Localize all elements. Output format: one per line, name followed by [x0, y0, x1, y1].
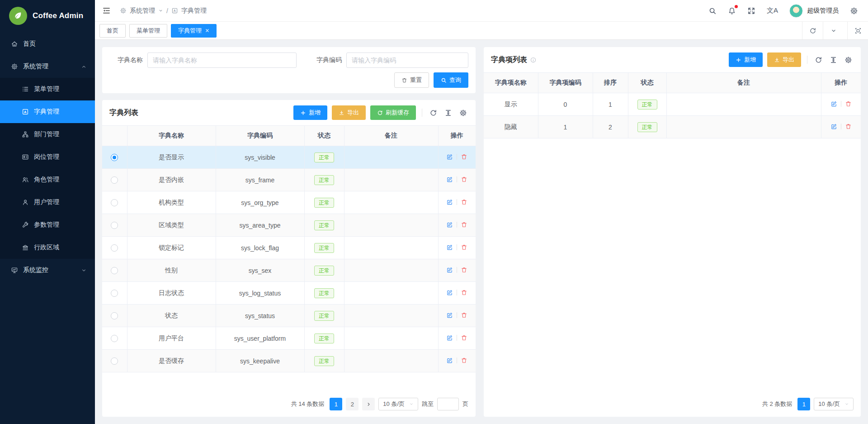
close-icon[interactable]	[205, 29, 209, 33]
edit-icon[interactable]	[446, 267, 453, 273]
edit-icon[interactable]	[446, 334, 453, 341]
settings-gear-icon[interactable]	[850, 7, 858, 15]
table-row[interactable]: 是否缓存 sys_keepalive 正常	[102, 350, 476, 372]
sidebar-item-post-mgmt[interactable]: 岗位管理	[0, 146, 95, 168]
page-size-select[interactable]: 10 条/页	[378, 398, 418, 410]
tab-home[interactable]: 首页	[99, 24, 126, 38]
table-row[interactable]: 显示 0 1 正常	[484, 93, 861, 116]
row-radio[interactable]	[111, 176, 118, 184]
refresh-cache-button[interactable]: 刷新缓存	[370, 105, 416, 120]
delete-icon[interactable]	[461, 334, 467, 341]
sidebar-item-role-mgmt[interactable]: 角色管理	[0, 168, 95, 191]
sidebar-item-system-mgmt[interactable]: 系统管理	[0, 55, 95, 78]
dict-items-title-text: 字典项列表	[491, 55, 527, 65]
delete-icon[interactable]	[461, 221, 467, 228]
delete-icon[interactable]	[845, 123, 852, 130]
table-row[interactable]: 是否内嵌 sys_frame 正常	[102, 169, 476, 191]
edit-icon[interactable]	[830, 100, 837, 107]
add-item-button[interactable]: 新增	[729, 52, 763, 67]
edit-icon[interactable]	[446, 312, 453, 319]
dict-code-input[interactable]	[346, 52, 468, 68]
tab-menu-mgmt[interactable]: 菜单管理	[129, 24, 167, 38]
gear-icon[interactable]	[844, 56, 852, 64]
sidebar-item-system-monitor[interactable]: 系统监控	[0, 259, 95, 281]
table-row[interactable]: 是否显示 sys_visible 正常	[102, 146, 476, 169]
table-row[interactable]: 锁定标记 sys_lock_flag 正常	[102, 237, 476, 259]
page-button-2[interactable]: 2	[346, 398, 359, 410]
menu-fold-icon[interactable]	[102, 6, 111, 15]
sidebar-item-menu-mgmt[interactable]: 菜单管理	[0, 78, 95, 100]
edit-icon[interactable]	[446, 221, 453, 228]
table-row[interactable]: 日志状态 sys_log_status 正常	[102, 282, 476, 305]
sidebar-item-param-mgmt[interactable]: 参数管理	[0, 214, 95, 236]
sidebar-item-admin-region[interactable]: 行政区域	[0, 236, 95, 259]
page-button-1[interactable]: 1	[797, 398, 810, 410]
table-row[interactable]: 性别 sys_sex 正常	[102, 259, 476, 282]
row-radio[interactable]	[111, 335, 118, 342]
table-row[interactable]: 状态 sys_status 正常	[102, 305, 476, 327]
row-radio[interactable]	[111, 267, 118, 274]
edit-icon[interactable]	[830, 123, 837, 130]
column-height-icon[interactable]	[444, 109, 452, 117]
table-row[interactable]: 区域类型 sys_area_type 正常	[102, 214, 476, 237]
fullscreen-icon[interactable]	[747, 7, 755, 15]
refresh-icon[interactable]	[815, 56, 822, 64]
dict-name-input[interactable]	[147, 52, 297, 68]
row-radio[interactable]	[111, 244, 118, 252]
sidebar-item-user-mgmt[interactable]: 用户管理	[0, 191, 95, 214]
refresh-tab-icon[interactable]	[802, 22, 823, 39]
sidebar-item-home[interactable]: 首页	[0, 33, 95, 55]
edit-icon[interactable]	[446, 244, 453, 251]
sidebar-item-label: 用户管理	[34, 198, 59, 206]
row-radio[interactable]	[111, 290, 118, 297]
id-card-icon	[22, 153, 29, 161]
query-button[interactable]: 查询	[434, 72, 468, 88]
delete-icon[interactable]	[461, 267, 467, 273]
translate-icon[interactable]: 文A	[767, 6, 778, 15]
next-page-button[interactable]	[362, 398, 375, 410]
row-radio[interactable]	[111, 222, 118, 229]
item-code-cell: 0	[538, 93, 593, 116]
delete-icon[interactable]	[845, 100, 852, 107]
table-row[interactable]: 隐藏 1 2 正常	[484, 116, 861, 138]
user-chip[interactable]: 超级管理员	[789, 4, 839, 18]
column-height-icon[interactable]	[830, 56, 837, 64]
row-radio[interactable]	[111, 312, 118, 319]
breadcrumb-parent[interactable]: 系统管理	[130, 7, 155, 15]
dict-name-cell: 是否缓存	[127, 350, 216, 372]
export-button[interactable]: 导出	[332, 105, 366, 120]
table-row[interactable]: 用户平台 sys_user_platform 正常	[102, 327, 476, 350]
tab-options-chevron-icon[interactable]	[823, 22, 844, 39]
add-button[interactable]: 新增	[293, 105, 327, 120]
reset-button[interactable]: 重置	[394, 72, 429, 88]
edit-icon[interactable]	[446, 357, 453, 364]
edit-icon[interactable]	[446, 176, 453, 183]
row-radio[interactable]	[111, 199, 118, 206]
table-row[interactable]: 机构类型 sys_org_type 正常	[102, 191, 476, 214]
edit-icon[interactable]	[446, 199, 453, 205]
page-size-select[interactable]: 10 条/页	[814, 398, 854, 410]
delete-icon[interactable]	[461, 176, 467, 183]
delete-icon[interactable]	[461, 153, 467, 160]
delete-icon[interactable]	[461, 289, 467, 296]
delete-icon[interactable]	[461, 199, 467, 205]
refresh-icon[interactable]	[429, 109, 437, 117]
org-chart-icon	[22, 131, 29, 138]
sidebar-item-dept-mgmt[interactable]: 部门管理	[0, 123, 95, 146]
sidebar-item-dict-mgmt[interactable]: A 字典管理	[0, 100, 95, 123]
export-items-button[interactable]: 导出	[767, 52, 801, 67]
jump-page-input[interactable]	[437, 398, 459, 410]
bell-icon[interactable]	[728, 7, 736, 15]
row-radio[interactable]	[111, 357, 118, 365]
maximize-icon[interactable]	[847, 22, 868, 39]
delete-icon[interactable]	[461, 244, 467, 251]
row-radio[interactable]	[111, 154, 118, 161]
delete-icon[interactable]	[461, 357, 467, 364]
tab-dict-mgmt[interactable]: 字典管理	[171, 24, 217, 38]
edit-icon[interactable]	[446, 153, 453, 160]
gear-icon[interactable]	[459, 109, 467, 117]
delete-icon[interactable]	[461, 312, 467, 319]
search-icon[interactable]	[708, 7, 717, 15]
page-button-1[interactable]: 1	[330, 398, 342, 410]
edit-icon[interactable]	[446, 289, 453, 296]
